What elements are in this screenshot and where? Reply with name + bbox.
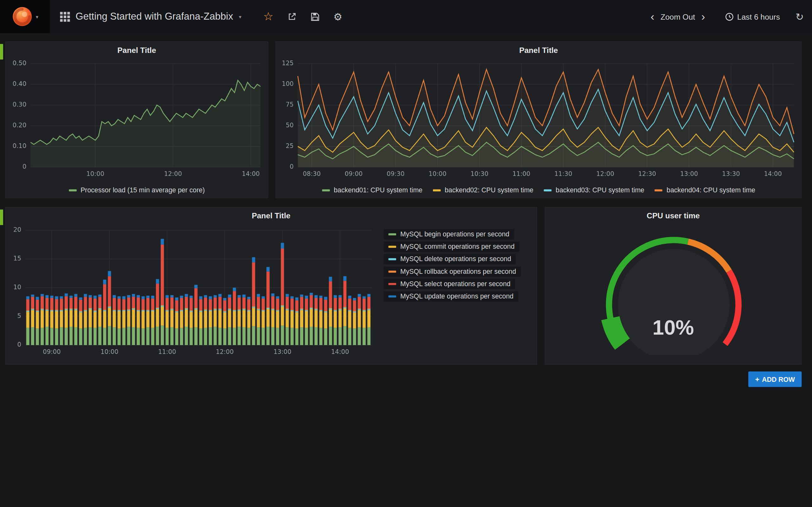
legend-color-swatch <box>68 189 76 191</box>
row-collapse-handle[interactable] <box>0 210 3 225</box>
chevron-down-icon: ▾ <box>36 14 38 19</box>
legend-color-swatch <box>388 295 396 297</box>
panel-cpu-system-time: Panel Title backend01: CPU system timeba… <box>275 42 802 199</box>
add-row-button[interactable]: + ADD ROW <box>749 372 802 387</box>
row-collapse-handle[interactable] <box>0 44 3 60</box>
dashboard-title: Getting Started with Grafana-Zabbix <box>75 11 233 22</box>
panel-title[interactable]: Panel Title <box>6 208 537 224</box>
clock-icon <box>725 12 734 21</box>
legend-color-swatch <box>388 233 396 235</box>
legend-label: backend03: CPU system time <box>556 186 645 194</box>
panel-title[interactable]: Panel Title <box>276 42 801 58</box>
grafana-logo-button[interactable]: ▾ <box>0 0 50 33</box>
processor-load-chart-canvas[interactable] <box>7 58 267 181</box>
gauge-value: 10% <box>545 316 801 339</box>
chart-legend: Processor load (15 min average per core) <box>6 184 268 194</box>
plus-icon: + <box>755 375 759 383</box>
panel-mysql-operations: Panel Title MySQL begin operations per s… <box>5 207 537 365</box>
panel-title[interactable]: Panel Title <box>6 42 268 58</box>
legend-color-swatch <box>322 189 329 191</box>
star-button[interactable]: ☆ <box>263 11 273 22</box>
save-button[interactable] <box>310 12 319 21</box>
cpu-system-time-chart-canvas[interactable] <box>277 58 800 181</box>
gear-icon: ⚙ <box>334 12 342 21</box>
legend-color-swatch <box>544 189 551 191</box>
dashboard-picker[interactable]: Getting Started with Grafana-Zabbix ▾ <box>50 0 252 33</box>
legend-label: MySQL update operations per second <box>400 292 513 300</box>
legend-label: backend04: CPU system time <box>667 186 756 194</box>
legend-item[interactable]: MySQL update operations per second <box>384 291 518 302</box>
legend-item[interactable]: backend01: CPU system time <box>322 186 422 194</box>
legend-item[interactable]: Processor load (15 min average per core) <box>68 186 205 194</box>
legend-color-swatch <box>433 189 441 191</box>
zoom-out-button[interactable]: Zoom Out <box>659 12 696 21</box>
navbar: ▾ Getting Started with Grafana-Zabbix ▾ … <box>0 0 812 33</box>
save-icon <box>310 12 319 21</box>
chevron-left-icon: ‹ <box>651 10 654 23</box>
chart-legend: backend01: CPU system timebackend02: CPU… <box>276 184 801 194</box>
legend-color-swatch <box>388 258 396 260</box>
add-row-label: ADD ROW <box>762 375 795 383</box>
legend-item[interactable]: backend03: CPU system time <box>544 186 644 194</box>
panel-cpu-user-time: CPU user time 10% <box>545 207 802 365</box>
legend-color-swatch <box>655 189 662 191</box>
chevron-down-icon: ▾ <box>239 14 241 19</box>
time-range-label: Last 6 hours <box>737 12 780 21</box>
share-button[interactable] <box>287 12 297 21</box>
dashboard-grid-icon <box>60 12 70 21</box>
legend-label: MySQL rollback operations per second <box>400 268 516 275</box>
legend-item[interactable]: MySQL rollback operations per second <box>384 267 521 277</box>
legend-item[interactable]: MySQL delete operations per second <box>384 254 516 265</box>
share-icon <box>287 12 297 21</box>
legend-color-swatch <box>388 283 396 285</box>
legend-item[interactable]: backend02: CPU system time <box>433 186 534 194</box>
refresh-button[interactable]: ↻ <box>796 12 804 21</box>
legend-item[interactable]: MySQL select operations per second <box>384 279 515 289</box>
time-shift-right-button[interactable]: › <box>696 11 711 22</box>
settings-button[interactable]: ⚙ <box>334 12 342 21</box>
legend-color-swatch <box>388 245 396 248</box>
time-range-button[interactable]: Last 6 hours <box>722 12 783 21</box>
star-icon: ☆ <box>263 11 273 22</box>
legend-label: MySQL commit operations per second <box>400 243 514 250</box>
legend-item[interactable]: MySQL begin operations per second <box>384 229 514 239</box>
legend-label: MySQL begin operations per second <box>400 230 509 238</box>
time-controls: ‹ Zoom Out › Last 6 hours ↻ <box>646 11 812 22</box>
legend-label: Processor load (15 min average per core) <box>81 186 205 194</box>
refresh-icon: ↻ <box>796 12 804 21</box>
legend-color-swatch <box>388 270 396 273</box>
time-shift-left-button[interactable]: ‹ <box>646 11 660 22</box>
grafana-dashboard: ▾ Getting Started with Grafana-Zabbix ▾ … <box>0 0 812 507</box>
legend-item[interactable]: backend04: CPU system time <box>655 186 755 194</box>
panel-processor-load: Panel Title Processor load (15 min avera… <box>5 42 268 199</box>
panel-title[interactable]: CPU user time <box>545 208 801 224</box>
legend-label: MySQL delete operations per second <box>400 255 511 263</box>
chevron-right-icon: › <box>701 10 705 23</box>
navbar-actions: ☆ ⚙ <box>263 11 342 22</box>
chart-legend: MySQL begin operations per secondMySQL c… <box>384 229 537 303</box>
mysql-operations-chart-canvas[interactable] <box>7 224 377 360</box>
legend-label: MySQL select operations per second <box>400 280 510 287</box>
legend-item[interactable]: MySQL commit operations per second <box>384 241 519 252</box>
legend-label: backend02: CPU system time <box>445 186 534 194</box>
legend-label: backend01: CPU system time <box>334 186 422 194</box>
grafana-logo-icon <box>11 6 33 27</box>
